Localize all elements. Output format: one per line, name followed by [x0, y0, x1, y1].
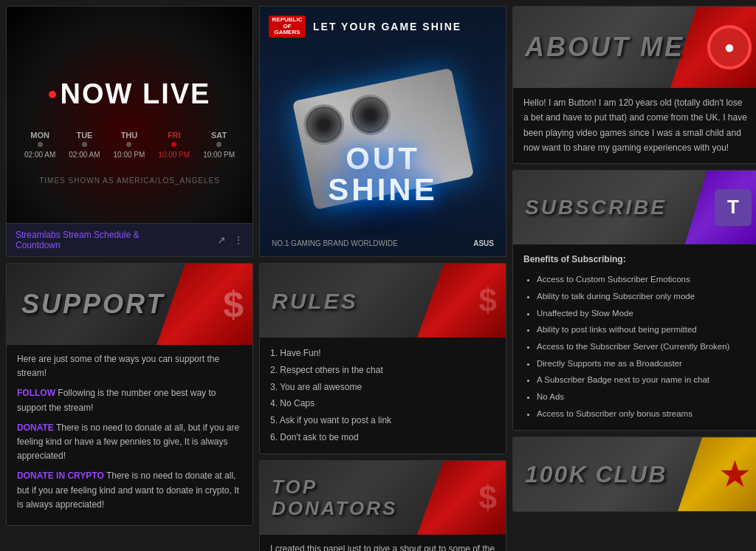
schedule-panel: NOW LIVE MON 02:00 AM TUE 02:00 AM THU 1…: [6, 6, 253, 257]
day-time-mon: 02:00 AM: [24, 151, 55, 159]
benefit-9: Access to Subscriber only bonus streams: [537, 406, 749, 422]
gpu-graphic-area: ASUS OUT SHINE: [269, 65, 497, 213]
twitch-icon: T: [715, 189, 752, 226]
benefit-7: A Subscriber Badge next to your name in …: [537, 372, 749, 388]
support-banner: SUPPORT $: [7, 264, 252, 345]
benefits-list: Access to Custom Subscriber Emoticons Ab…: [523, 272, 749, 421]
support-follow-line: FOLLOW Following is the number one best …: [17, 386, 242, 414]
day-time-sat: 10:00 PM: [203, 151, 235, 159]
right-column: ABOUT ME ● Hello! I am Button! I am 120 …: [512, 6, 756, 551]
crypto-label: DONATE IN CRYPTO: [17, 470, 104, 481]
rule-item-5: 5. Ask if you want to post a link: [270, 412, 495, 429]
schedule-footer: Streamlabs Stream Schedule &Countdown ↗ …: [7, 223, 252, 256]
rules-banner: RULES $: [260, 264, 506, 338]
day-time-tue: 02:00 AM: [69, 151, 100, 159]
about-panel: ABOUT ME ● Hello! I am Button! I am 120 …: [512, 6, 756, 164]
schedule-timezone: TIMES SHOWN AS AMERICA/LOS_ANGELES: [39, 177, 220, 185]
club-banner: 100K CLUB ★: [513, 437, 756, 511]
day-label-fri: FRI: [158, 131, 190, 140]
star-icon: ★: [718, 453, 752, 496]
ad-bottom-bar: NO.1 GAMING BRAND WORLDWIDE ASUS: [269, 239, 497, 247]
day-label-tue: TUE: [69, 131, 100, 140]
day-dot-tue: [82, 142, 87, 147]
schedule-day-sat: SAT 10:00 PM: [203, 131, 235, 159]
ad-brand: ASUS: [473, 239, 494, 247]
benefit-5: Access to the Subscriber Server (Current…: [537, 339, 749, 355]
rule-item-6: 6. Don't ask to be mod: [270, 429, 495, 446]
day-dot-thu: [126, 142, 131, 147]
shine-text-out: OUT: [269, 143, 497, 174]
schedule-day-fri: FRI 10:00 PM: [158, 131, 190, 159]
benefit-4: Ability to post links without being perm…: [537, 322, 749, 338]
subscribe-banner-text: SUBSCRIBE: [513, 196, 667, 219]
about-body: Hello! I am Button! I am 120 years old (…: [513, 88, 756, 163]
button-avatar-icon: ●: [707, 25, 752, 69]
about-banner-text: ABOUT ME: [513, 32, 684, 63]
support-crypto-line: DONATE IN CRYPTO There is no need to don…: [17, 469, 242, 512]
day-dot-sat: [216, 142, 221, 147]
external-link-icon[interactable]: ↗: [217, 234, 226, 246]
club-banner-text: 100K CLUB: [513, 461, 667, 488]
day-time-fri: 10:00 PM: [158, 151, 190, 159]
shine-text-shine: SHINE: [269, 174, 497, 205]
support-banner-text: SUPPORT: [21, 289, 165, 320]
donate-label: DONATE: [17, 422, 54, 433]
live-dot-icon: [49, 91, 56, 98]
benefit-6: Directly Supports me as a Broadcaster: [537, 356, 749, 372]
benefit-8: No Ads: [537, 389, 749, 405]
gpu-fan-1: [300, 100, 348, 148]
day-time-thu: 10:00 PM: [114, 151, 145, 159]
follow-label: FOLLOW: [17, 388, 55, 398]
support-donate-line: DONATE There is no need to donate at all…: [17, 421, 242, 464]
left-column: NOW LIVE MON 02:00 AM TUE 02:00 AM THU 1…: [6, 6, 253, 551]
benefit-1: Access to Custom Subscriber Emoticons: [537, 272, 749, 287]
rules-panel: RULES $ 1. Have Fun! 2. Respect others i…: [259, 263, 506, 454]
more-icon[interactable]: ⋮: [233, 234, 244, 246]
donators-icon: $: [479, 479, 497, 516]
schedule-footer-icons: ↗ ⋮: [217, 234, 244, 246]
subscribe-body: Benefits of Subscribing: Access to Custo…: [513, 244, 756, 431]
mid-column: REPUBLICOFGAMERS LET YOUR GAME SHINE ASU…: [259, 6, 506, 551]
ad-top-logos: REPUBLICOFGAMERS LET YOUR GAME SHINE: [269, 16, 497, 38]
day-dot-mon: [38, 142, 43, 147]
donators-body: I created this panel just to give a shou…: [260, 535, 506, 551]
rules-banner-text: RULES: [260, 289, 358, 313]
day-dot-fri: [171, 142, 176, 147]
schedule-days-row: MON 02:00 AM TUE 02:00 AM THU 10:00 PM F…: [24, 131, 235, 159]
rule-item-4: 4. No Caps: [270, 395, 495, 412]
donators-banner: TOPDONATORS $: [260, 461, 506, 535]
ad-inner: REPUBLICOFGAMERS LET YOUR GAME SHINE ASU…: [260, 7, 506, 256]
day-label-mon: MON: [24, 131, 55, 140]
support-body: Here are just some of the ways you can s…: [7, 345, 252, 525]
top-donators-panel: TOPDONATORS $ I created this panel just …: [259, 460, 506, 551]
rog-logo: REPUBLICOFGAMERS: [269, 16, 306, 38]
gpu-fan-2: [346, 90, 394, 138]
rules-icon: $: [479, 282, 497, 319]
benefit-3: Unaffected by Slow Mode: [537, 306, 749, 321]
subscribe-panel: SUBSCRIBE T Benefits of Subscribing: Acc…: [512, 170, 756, 431]
support-panel: SUPPORT $ Here are just some of the ways…: [6, 263, 253, 526]
page-layout: NOW LIVE MON 02:00 AM TUE 02:00 AM THU 1…: [0, 0, 756, 551]
donators-text: I created this panel just to give a shou…: [270, 542, 495, 551]
benefit-2: Ability to talk during Subscriber only m…: [537, 289, 749, 304]
ad-subtitle: NO.1 GAMING BRAND WORLDWIDE: [272, 239, 398, 247]
about-text: Hello! I am Button! I am 120 years old (…: [523, 95, 749, 156]
club-panel: 100K CLUB ★: [512, 437, 756, 512]
rules-list: 1. Have Fun! 2. Respect others in the ch…: [270, 345, 495, 446]
now-live-label: NOW LIVE: [61, 78, 211, 110]
schedule-day-tue: TUE 02:00 AM: [69, 131, 100, 159]
streamlabs-link[interactable]: Streamlabs Stream Schedule &Countdown: [16, 230, 139, 250]
schedule-day-thu: THU 10:00 PM: [114, 131, 145, 159]
ad-tagline: LET YOUR GAME SHINE: [313, 21, 461, 32]
schedule-day-mon: MON 02:00 AM: [24, 131, 55, 159]
donators-banner-text: TOPDONATORS: [260, 476, 397, 519]
dollar-icon: $: [223, 283, 244, 326]
rule-item-1: 1. Have Fun!: [270, 345, 495, 362]
day-label-sat: SAT: [203, 131, 235, 140]
benefits-label: Benefits of Subscribing:: [523, 252, 749, 268]
rules-body: 1. Have Fun! 2. Respect others in the ch…: [260, 338, 506, 454]
rule-item-3: 3. You are all awesome: [270, 379, 495, 396]
about-banner: ABOUT ME ●: [513, 7, 756, 88]
shine-overlay: OUT SHINE: [269, 143, 497, 205]
day-label-thu: THU: [114, 131, 145, 140]
